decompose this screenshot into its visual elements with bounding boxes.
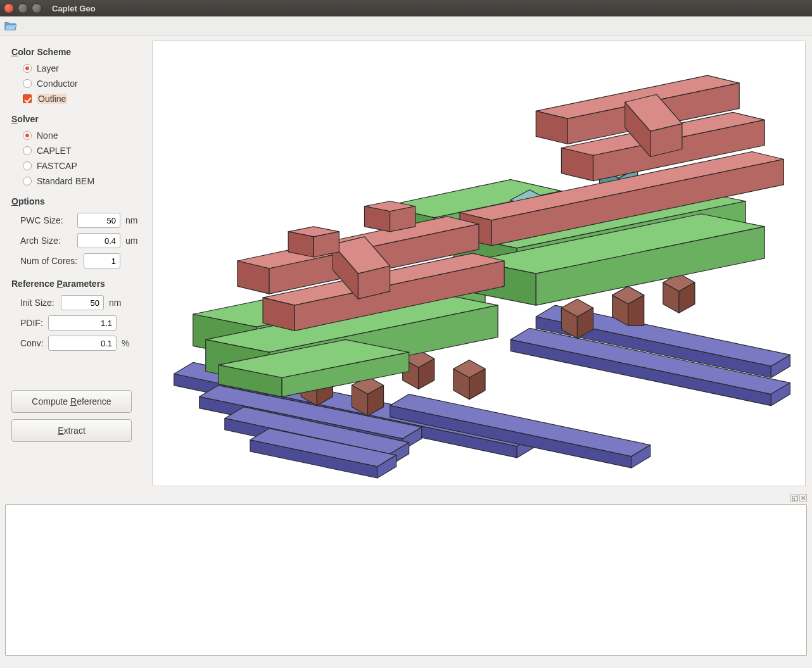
window-close-button[interactable] [4, 3, 14, 13]
solver-caplet-radio[interactable]: CAPLET [11, 143, 144, 158]
arch-size-label: Arch Size: [20, 236, 75, 246]
color-scheme-heading: Color Scheme [11, 47, 144, 57]
solver-standard-bem-radio[interactable]: Standard BEM [11, 173, 144, 189]
pwc-size-unit: nm [123, 215, 141, 225]
radio-icon [23, 79, 32, 88]
conv-unit: % [119, 338, 137, 348]
options-heading: Options [11, 196, 144, 206]
color-scheme-outline-checkbox[interactable]: Outline [11, 91, 144, 106]
radio-label: Conductor [37, 79, 78, 89]
radio-icon [23, 177, 32, 186]
toolbar [0, 16, 812, 35]
sidebar: Color Scheme Layer Conductor Outline Sol… [0, 35, 152, 491]
radio-icon [23, 161, 32, 170]
dock-float-icon[interactable]: ◱ [790, 494, 798, 501]
extract-button[interactable]: Extract [11, 419, 132, 442]
dock-strip: ◱ ✕ [0, 491, 812, 504]
radio-label: FASTCAP [37, 161, 77, 171]
init-size-input[interactable] [61, 295, 104, 310]
pdif-label: PDIF: [20, 318, 46, 328]
checkbox-icon [23, 94, 32, 103]
cores-label: Num of Cores: [20, 256, 81, 266]
color-scheme-conductor-radio[interactable]: Conductor [11, 76, 144, 91]
radio-label: Standard BEM [37, 176, 94, 186]
checkbox-label: Outline [37, 94, 67, 104]
open-file-icon[interactable] [4, 20, 18, 32]
output-panel[interactable] [5, 504, 807, 656]
init-size-unit: nm [106, 298, 124, 308]
arch-size-input[interactable] [77, 233, 120, 248]
color-scheme-layer-radio[interactable]: Layer [11, 61, 144, 76]
compute-reference-button[interactable]: Compute Reference [11, 390, 132, 413]
pdif-input[interactable] [48, 315, 117, 331]
pwc-size-input[interactable] [77, 213, 120, 228]
solver-fastcap-radio[interactable]: FASTCAP [11, 158, 144, 173]
3d-render-svg [153, 41, 805, 486]
window-title: Caplet Geo [52, 4, 96, 13]
3d-viewport[interactable] [152, 41, 806, 486]
radio-icon [23, 146, 32, 155]
radio-label: None [37, 130, 58, 141]
arch-size-unit: um [123, 236, 141, 246]
dock-close-icon[interactable]: ✕ [799, 494, 807, 501]
conv-input[interactable] [48, 336, 117, 351]
conv-label: Conv: [20, 338, 46, 348]
solver-none-radio[interactable]: None [11, 128, 144, 143]
radio-label: Layer [37, 63, 59, 73]
reference-heading: Reference Parameters [11, 279, 144, 289]
cores-input[interactable] [84, 253, 120, 268]
window-titlebar: Caplet Geo [0, 0, 812, 16]
radio-label: CAPLET [37, 146, 71, 156]
pwc-size-label: PWC Size: [20, 215, 75, 225]
window-maximize-button[interactable] [32, 3, 42, 13]
window-minimize-button[interactable] [18, 3, 28, 13]
radio-icon [23, 64, 32, 73]
radio-icon [23, 131, 32, 140]
init-size-label: Init Size: [20, 298, 58, 308]
solver-heading: Solver [11, 114, 144, 124]
